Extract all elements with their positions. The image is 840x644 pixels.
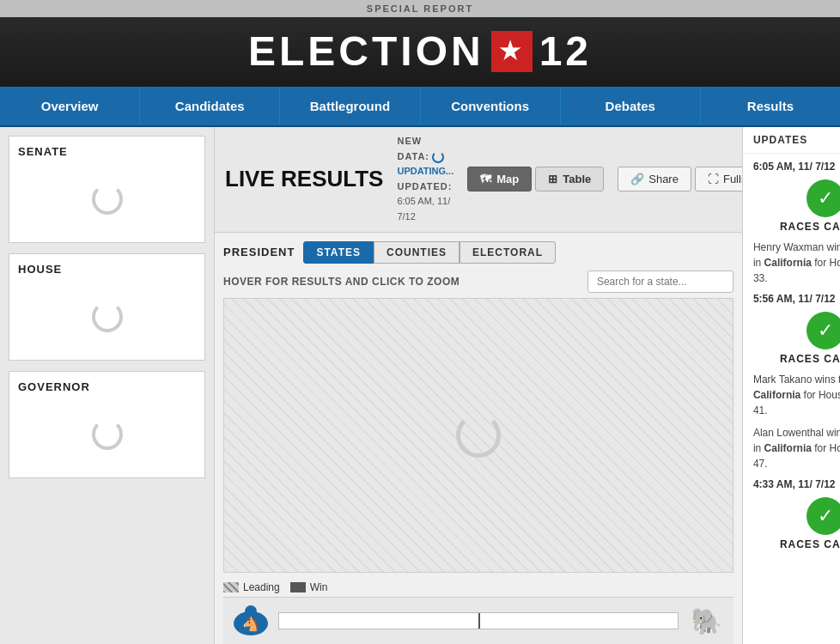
view-toggle: 🗺 Map ⊞ Table — [467, 167, 604, 191]
check-circle-1: ✓ — [807, 179, 840, 217]
fullscreen-icon: ⛶ — [708, 173, 719, 185]
house-loading — [18, 283, 196, 351]
tab-group: STATES COUNTIES ELECTORAL — [303, 241, 556, 264]
map-icon: 🗺 — [480, 173, 491, 185]
updates-container: 6:05 AM, 11/ 7/12 ✓ RACES CALLED Henry W… — [743, 154, 840, 644]
svg-text:🐘: 🐘 — [690, 606, 722, 635]
update-time-3: 4:33 AM, 11/ 7/12 — [753, 478, 840, 490]
update-time-2: 5:56 AM, 11/ 7/12 — [753, 293, 840, 305]
logo-bar: ELECTION ★ 12 — [0, 17, 840, 87]
state-search-input[interactable] — [587, 270, 733, 293]
progress-bar-container — [278, 612, 679, 629]
share-button[interactable]: 🔗 Share — [618, 167, 691, 191]
republican-icon: 🐘 — [687, 603, 725, 639]
live-results-title: LIVE RESULTS — [225, 166, 383, 192]
governor-spinner — [92, 419, 123, 450]
races-called-3: ✓ RACES CALLED — [753, 497, 840, 550]
president-area: PRESIDENT STATES COUNTIES ELECTORAL HOVE… — [215, 233, 742, 644]
party-bar: 🐴 🐘 — [223, 597, 733, 644]
logo-star-icon: ★ — [499, 37, 524, 65]
map-spinner — [456, 413, 501, 458]
house-section: HOUSE — [9, 253, 205, 361]
table-icon: ⊞ — [548, 173, 557, 185]
legend-leading: Leading — [223, 581, 280, 593]
senate-spinner — [92, 184, 123, 215]
legend-leading-label: Leading — [243, 581, 280, 593]
map-area[interactable] — [223, 298, 733, 573]
nav-item-debates[interactable]: Debates — [561, 87, 701, 125]
president-header: PRESIDENT STATES COUNTIES ELECTORAL — [223, 241, 733, 264]
nav-item-conventions[interactable]: Conventions — [421, 87, 561, 125]
map-legend: Leading Win — [223, 578, 733, 597]
top-bar: LIVE RESULTS NEW DATA: UPDATING... UPDAT… — [215, 127, 742, 233]
governor-section: GOVERNOR — [9, 371, 205, 478]
tab-electoral[interactable]: ELECTORAL — [460, 241, 556, 264]
legend-leading-box — [223, 582, 239, 592]
update-text-1: Henry Waxman wins the race in California… — [753, 240, 840, 286]
check-circle-3: ✓ — [807, 497, 840, 535]
table-toggle-btn[interactable]: ⊞ Table — [535, 167, 604, 191]
updated-label: UPDATED: — [397, 181, 452, 191]
races-called-label-1: RACES CALLED — [753, 221, 840, 233]
house-title: HOUSE — [18, 263, 196, 276]
updating-label: UPDATING... — [397, 166, 453, 176]
senate-loading — [18, 165, 196, 234]
update-text-2: Mark Takano wins the race in California … — [753, 372, 840, 418]
races-called-label-2: RACES CALLED — [753, 353, 840, 365]
special-report-bar: SPECIAL REPORT — [0, 0, 840, 17]
nav-item-candidates[interactable]: Candidates — [140, 87, 280, 125]
table-label: Table — [563, 173, 591, 185]
nav-item-results[interactable]: Results — [701, 87, 840, 125]
share-icon: 🔗 — [630, 173, 644, 185]
governor-title: GOVERNOR — [18, 380, 196, 393]
update-info: NEW DATA: UPDATING... UPDATED: 6:05 AM, … — [397, 134, 453, 225]
left-sidebar: SENATE HOUSE GOVERNOR — [0, 127, 215, 644]
refresh-icon — [432, 151, 444, 163]
governor-loading — [18, 400, 196, 469]
legend-win: Win — [290, 581, 328, 593]
special-report-text: SPECIAL REPORT — [367, 3, 473, 14]
update-time-1: 6:05 AM, 11/ 7/12 — [753, 161, 840, 173]
house-spinner — [92, 301, 123, 332]
right-sidebar: UPDATES 6:05 AM, 11/ 7/12 ✓ RACES CALLED… — [742, 127, 840, 644]
check-circle-2: ✓ — [807, 312, 840, 349]
main-content: LIVE RESULTS NEW DATA: UPDATING... UPDAT… — [215, 127, 742, 644]
update-text-3: Alan Lowenthal wins the race in Californ… — [753, 425, 840, 471]
map-label: Map — [496, 173, 519, 185]
races-called-1: ✓ RACES CALLED — [753, 179, 840, 233]
map-toggle-btn[interactable]: 🗺 Map — [467, 167, 532, 191]
senate-title: SENATE — [18, 145, 196, 158]
nav-bar: Overview Candidates Battleground Convent… — [0, 87, 840, 127]
nav-item-overview[interactable]: Overview — [0, 87, 140, 125]
logo-suffix: 12 — [539, 27, 592, 75]
progress-divider — [478, 613, 480, 629]
share-label: Share — [648, 173, 679, 185]
map-controls: HOVER FOR RESULTS AND CLICK TO ZOOM — [223, 270, 733, 293]
nav-item-battleground[interactable]: Battleground — [280, 87, 420, 125]
races-called-2: ✓ RACES CALLED — [753, 312, 840, 365]
updated-time: 6:05 AM, 11/ 7/12 — [397, 196, 450, 222]
legend-win-label: Win — [310, 581, 328, 593]
legend-win-box — [290, 582, 306, 592]
president-label: PRESIDENT — [223, 246, 295, 258]
logo-prefix: ELECTION — [248, 27, 484, 75]
democrat-icon: 🐴 — [232, 603, 270, 639]
tab-counties[interactable]: COUNTIES — [374, 241, 460, 264]
logo-star-box: ★ — [491, 31, 533, 72]
races-called-label-3: RACES CALLED — [753, 538, 840, 550]
svg-text:🐴: 🐴 — [242, 616, 259, 632]
senate-section: SENATE — [9, 136, 205, 243]
updates-scroll[interactable]: 6:05 AM, 11/ 7/12 ✓ RACES CALLED Henry W… — [743, 154, 840, 644]
updates-header: UPDATES — [743, 127, 840, 154]
hover-text: HOVER FOR RESULTS AND CLICK TO ZOOM — [223, 276, 460, 288]
new-data-label: NEW DATA: — [397, 136, 429, 161]
tab-states[interactable]: STATES — [303, 241, 374, 264]
